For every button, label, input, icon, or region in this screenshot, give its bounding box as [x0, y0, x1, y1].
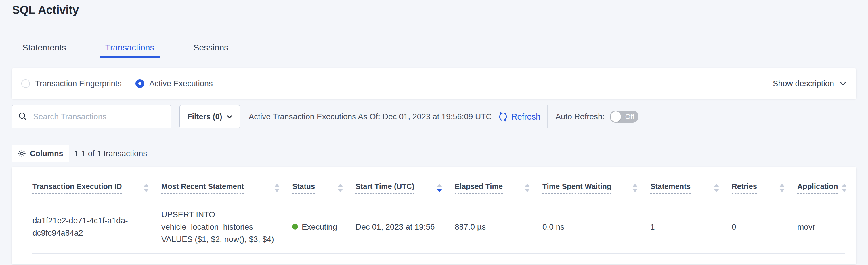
table-header-row: Transaction Execution ID Most Recent Sta… [32, 167, 845, 200]
page-title: SQL Activity [12, 3, 79, 17]
column-header-status[interactable]: Status [292, 167, 355, 200]
column-header-start-time[interactable]: Start Time (UTC) [355, 167, 455, 200]
toolbar-divider [547, 105, 548, 128]
cell-status: Executing [292, 200, 355, 254]
chevron-down-icon [227, 115, 232, 119]
tab-bar: Statements Transactions Sessions [19, 43, 232, 58]
view-mode-card: Transaction Fingerprints Active Executio… [11, 68, 857, 99]
status-label: Executing [302, 221, 337, 233]
sort-icon [779, 184, 784, 192]
transactions-table: Transaction Execution ID Most Recent Sta… [32, 167, 845, 254]
column-header-statements[interactable]: Statements [650, 167, 732, 200]
transactions-table-card: Transaction Execution ID Most Recent Sta… [11, 167, 857, 264]
radio-transaction-fingerprints[interactable]: Transaction Fingerprints [21, 79, 122, 88]
cell-retries: 0 [732, 200, 797, 254]
gear-icon [18, 149, 26, 158]
sort-icon [525, 184, 530, 192]
sort-icon [714, 184, 719, 192]
cell-transaction-execution-id[interactable]: da1f21e2-de71-4c1f-a1da-dc9fc94a84a2 [32, 200, 161, 254]
cell-application: movr [797, 200, 845, 254]
toolbar: Filters (0) Active Transaction Execution… [11, 105, 639, 129]
toggle-knob-icon [611, 111, 621, 122]
tab-sessions[interactable]: Sessions [189, 43, 232, 58]
table-row: da1f21e2-de71-4c1f-a1da-dc9fc94a84a2 UPS… [32, 200, 845, 254]
executing-status-dot-icon [292, 224, 298, 230]
columns-button[interactable]: Columns [11, 144, 69, 162]
cell-statements: 1 [650, 200, 732, 254]
toggle-state-label: Off [625, 113, 634, 121]
sort-icon [841, 184, 847, 192]
refresh-button[interactable]: Refresh [498, 111, 541, 122]
cell-most-recent-statement: UPSERT INTO vehicle_location_histories V… [161, 200, 292, 254]
radio-selected-icon[interactable] [135, 79, 144, 88]
radio-label: Active Executions [149, 79, 213, 88]
show-description-toggle[interactable]: Show description [773, 79, 847, 88]
search-icon [18, 112, 28, 122]
table-controls: Columns 1-1 of 1 transactions [11, 144, 147, 162]
column-header-most-recent-statement[interactable]: Most Recent Statement [161, 167, 292, 200]
filters-label: Filters (0) [187, 112, 222, 121]
sort-icon [632, 184, 638, 192]
sort-icon [338, 184, 343, 192]
chevron-down-icon [839, 81, 847, 86]
show-description-label: Show description [773, 79, 834, 88]
column-header-time-spent-waiting[interactable]: Time Spent Waiting [542, 167, 650, 200]
columns-button-label: Columns [30, 149, 63, 158]
auto-refresh-toggle[interactable]: Off [610, 111, 639, 123]
column-header-retries[interactable]: Retries [732, 167, 797, 200]
sort-icon [144, 184, 149, 192]
tab-statements[interactable]: Statements [19, 43, 70, 58]
column-header-application[interactable]: Application [797, 167, 845, 200]
radio-label: Transaction Fingerprints [35, 79, 122, 88]
results-count: 1-1 of 1 transactions [74, 149, 147, 158]
refresh-label: Refresh [512, 112, 541, 122]
cell-elapsed-time: 887.0 µs [455, 200, 542, 254]
cell-time-spent-waiting: 0.0 ns [542, 200, 650, 254]
search-input[interactable] [33, 112, 165, 121]
auto-refresh-label: Auto Refresh: [555, 112, 604, 121]
column-header-transaction-execution-id[interactable]: Transaction Execution ID [32, 167, 161, 200]
refresh-icon [498, 111, 508, 122]
search-box[interactable] [11, 105, 172, 128]
cell-start-time: Dec 01, 2023 at 19:56 [355, 200, 455, 254]
as-of-timestamp: Active Transaction Executions As Of: Dec… [249, 112, 492, 121]
column-header-elapsed-time[interactable]: Elapsed Time [455, 167, 542, 200]
sort-icon [274, 184, 280, 192]
sort-desc-active-icon [437, 184, 442, 192]
filters-button[interactable]: Filters (0) [180, 105, 240, 128]
tab-transactions[interactable]: Transactions [101, 43, 158, 58]
radio-active-executions[interactable]: Active Executions [135, 79, 213, 88]
radio-unselected-icon[interactable] [21, 79, 30, 88]
